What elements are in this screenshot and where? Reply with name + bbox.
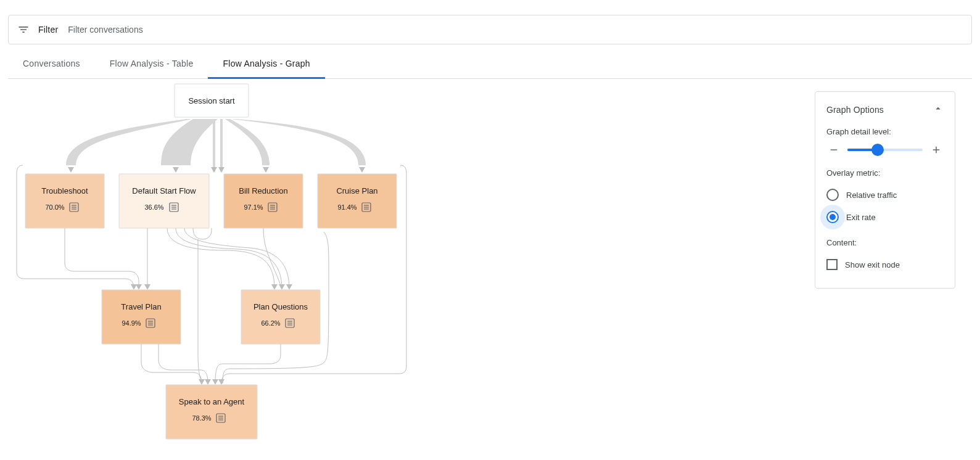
radio-relative-traffic[interactable]: Relative traffic — [826, 184, 944, 206]
flow-node-metric: 36.6% — [144, 203, 163, 211]
flow-node-metric: 70.0% — [45, 203, 64, 211]
flow-node-metric: 94.9% — [121, 319, 141, 327]
detail-level-label: Graph detail level: — [826, 127, 944, 136]
tab-flow-analysis-table[interactable]: Flow Analysis - Table — [95, 50, 208, 79]
tabs: Conversations Flow Analysis - Table Flow… — [8, 44, 972, 79]
svg-text:Travel Plan: Travel Plan — [121, 302, 161, 311]
graph-options-panel: Graph Options Graph detail level: Overla… — [815, 91, 955, 289]
flow-node-speak-to-agent[interactable]: Speak to an Agent 78.3% — [166, 385, 257, 439]
svg-rect-7 — [119, 174, 209, 228]
flow-node-session-start[interactable]: Session start — [175, 84, 249, 117]
radio-label: Relative traffic — [846, 191, 897, 200]
svg-rect-9 — [224, 174, 303, 228]
flow-node-cruise-plan[interactable]: Cruise Plan 91.4% — [318, 174, 397, 228]
flow-node-troubleshoot[interactable]: Troubleshoot 70.0% — [25, 174, 104, 228]
flow-node-plan-questions[interactable]: Plan Questions 66.2% — [241, 290, 320, 344]
radio-exit-rate[interactable]: Exit rate — [826, 206, 944, 228]
svg-text:Default Start Flow: Default Start Flow — [132, 186, 196, 195]
svg-text:Troubleshoot: Troubleshoot — [41, 186, 88, 195]
svg-rect-13 — [102, 290, 181, 344]
flow-node-default-start-flow[interactable]: Default Start Flow 36.6% — [119, 174, 209, 228]
svg-text:Bill Reduction: Bill Reduction — [239, 186, 288, 195]
svg-rect-11 — [318, 174, 397, 228]
flow-node-metric: 97.1% — [244, 203, 263, 211]
checkbox-label: Show exit node — [845, 260, 900, 269]
zoom-in-icon[interactable] — [929, 142, 944, 157]
svg-rect-17 — [166, 385, 257, 439]
flow-node-metric: 66.2% — [261, 319, 280, 327]
zoom-out-icon[interactable] — [826, 142, 841, 157]
flow-node-bill-reduction[interactable]: Bill Reduction 97.1% — [224, 174, 303, 228]
svg-text:Cruise Plan: Cruise Plan — [336, 186, 377, 195]
filter-label: Filter — [38, 25, 58, 35]
svg-text:Speak to an Agent: Speak to an Agent — [179, 397, 245, 406]
flow-node-metric: 91.4% — [337, 203, 356, 211]
svg-text:Session start: Session start — [188, 96, 235, 105]
svg-text:Plan Questions: Plan Questions — [253, 302, 308, 311]
graph-options-title: Graph Options — [826, 105, 884, 115]
content-label: Content: — [826, 238, 944, 247]
svg-rect-5 — [25, 174, 104, 228]
detail-level-slider[interactable] — [847, 149, 923, 151]
svg-rect-15 — [241, 290, 320, 344]
tab-flow-analysis-graph[interactable]: Flow Analysis - Graph — [208, 50, 324, 79]
tab-conversations[interactable]: Conversations — [8, 50, 95, 79]
overlay-metric-label: Overlay metric: — [826, 168, 944, 178]
flow-node-travel-plan[interactable]: Travel Plan 94.9% — [102, 290, 181, 344]
radio-label: Exit rate — [846, 213, 876, 222]
checkbox-show-exit-node[interactable]: Show exit node — [826, 253, 944, 276]
filter-icon — [17, 23, 30, 36]
filter-input[interactable] — [67, 24, 963, 35]
filter-bar: Filter — [8, 15, 972, 44]
collapse-icon[interactable] — [933, 103, 944, 116]
flow-node-metric: 78.3% — [192, 414, 211, 422]
